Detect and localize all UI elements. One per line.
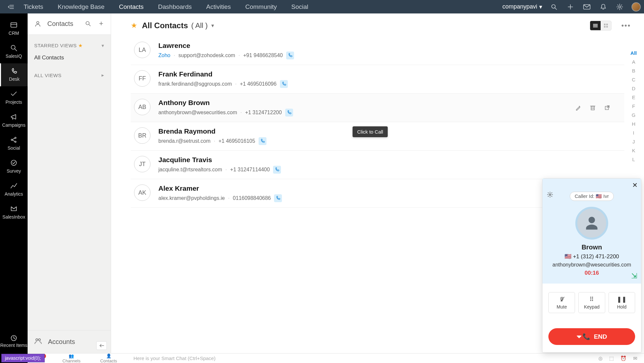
chatbar-coin-icon[interactable]: ◎ [598, 355, 603, 361]
rail-salesinbox[interactable]: SalesInbox [0, 201, 28, 224]
search-icon[interactable] [549, 2, 559, 11]
call-settings-icon[interactable] [547, 192, 553, 199]
contact-company[interactable]: Zoho [158, 53, 170, 58]
rail-desk[interactable]: Desk [0, 63, 28, 86]
chatbar-clock-icon[interactable]: ⏰ [620, 355, 627, 361]
more-menu-icon[interactable]: ••• [621, 21, 631, 30]
tab-social[interactable]: Social [291, 3, 309, 11]
svg-point-20 [11, 160, 16, 165]
contacts-head-icon [34, 20, 41, 27]
rail-recent-items[interactable]: Recent Items [0, 331, 28, 351]
call-keypad-button[interactable]: ⠿Keypad [578, 292, 605, 313]
rail-crm[interactable]: CRM [0, 17, 28, 40]
alpha-e[interactable]: E [631, 95, 637, 100]
tab-community[interactable]: Community [245, 3, 277, 11]
chatbar-contacts[interactable]: 👤Contacts [90, 353, 127, 363]
call-mute-button[interactable]: 🎙︎̸Mute [548, 292, 575, 313]
tab-contacts[interactable]: Contacts [119, 3, 144, 11]
alpha-l[interactable]: L [631, 157, 637, 162]
star-icon[interactable]: ★ [131, 21, 137, 30]
contact-avatar: JT [134, 156, 150, 172]
rail-salesiq[interactable]: SalesIQ [0, 40, 28, 63]
tab-knowledgebase[interactable]: Knowledge Base [58, 3, 104, 11]
topbar-collapse-icon[interactable] [6, 2, 16, 12]
user-avatar[interactable] [632, 2, 641, 11]
contact-email: jacquline.t@rtsrealtors.com [158, 167, 222, 173]
sidebar-starred-views[interactable]: STARRED VIEWS ★ ▾ [28, 35, 111, 51]
chatbar-mail-icon[interactable]: ✉ [633, 355, 637, 361]
alpha-c[interactable]: C [631, 77, 637, 82]
smart-chat-input[interactable]: Here is your Smart Chat (Ctrl+Space) [127, 355, 598, 361]
contact-row[interactable]: JT Jacquline Travis jacquline.t@rtsrealt… [131, 151, 624, 179]
rail-projects[interactable]: Projects [0, 86, 28, 109]
alpha-j[interactable]: J [631, 139, 637, 144]
tab-tickets[interactable]: Tickets [24, 3, 43, 11]
alpha-all[interactable]: All [631, 50, 637, 56]
contact-email: brenda.r@setrust.com [158, 138, 211, 144]
alpha-index: AllABCDEFGHIJKL [631, 50, 637, 162]
tab-activities[interactable]: Activities [206, 3, 231, 11]
bell-icon[interactable] [599, 2, 608, 11]
click-to-call-icon[interactable] [273, 166, 281, 174]
contact-phone: +1 4695016105 [218, 138, 255, 144]
contact-name[interactable]: Alex Kramer [158, 184, 282, 192]
contact-row[interactable]: FF Frank Ferdinand frank.ferdinand@sggro… [131, 65, 624, 94]
contact-name[interactable]: Brenda Raymond [158, 127, 266, 135]
contact-row[interactable]: LA Lawrence Zoho·support@zohodesk.com·+9… [131, 36, 624, 65]
topbar-user[interactable]: companypavi ▾ [502, 3, 542, 11]
sidebar-item-all-contacts[interactable]: All Contacts [28, 51, 111, 64]
contact-phone: +1 3124712200 [245, 110, 282, 116]
sidebar-add-icon[interactable]: + [98, 19, 105, 28]
rail-survey[interactable]: Survey [0, 155, 28, 178]
contact-name[interactable]: Jacquline Travis [158, 156, 281, 164]
svg-rect-10 [11, 23, 17, 27]
view-toggle [590, 21, 611, 31]
list-view-icon[interactable] [590, 21, 601, 30]
open-external-icon[interactable] [603, 104, 611, 112]
alpha-b[interactable]: B [631, 68, 637, 74]
alpha-f[interactable]: F [631, 103, 637, 109]
sidebar-collapse-button[interactable] [96, 341, 107, 350]
tab-dashboards[interactable]: Dashboards [158, 3, 192, 11]
alpha-i[interactable]: I [631, 130, 637, 136]
sidebar-search-icon[interactable] [84, 21, 92, 26]
call-hold-button[interactable]: ❚❚Hold [609, 292, 635, 313]
click-to-call-icon[interactable] [280, 80, 288, 88]
delete-icon[interactable] [589, 104, 597, 112]
alpha-a[interactable]: A [631, 59, 637, 65]
svg-line-18 [12, 138, 15, 139]
filter-dropdown-icon[interactable]: ▼ [210, 23, 215, 28]
accounts-icon [34, 338, 42, 346]
grid-view-icon[interactable] [601, 21, 611, 30]
rail-social[interactable]: Social [0, 132, 28, 155]
contact-row[interactable]: AB Anthony Brown anthonybrown@wesecuriti… [131, 94, 624, 122]
add-icon[interactable] [566, 2, 575, 11]
chatbar-channels[interactable]: 👥Channels [53, 353, 90, 363]
alpha-h[interactable]: H [631, 121, 637, 127]
sidebar-all-views[interactable]: ALL VIEWS ▸ [28, 64, 111, 81]
svg-line-19 [12, 140, 15, 141]
contact-name[interactable]: Lawrence [158, 42, 294, 50]
click-to-call-icon[interactable] [274, 194, 282, 202]
call-end-button[interactable]: ⏷📞 END [548, 328, 635, 345]
alpha-k[interactable]: K [631, 148, 637, 153]
rail-analytics[interactable]: Analytics [0, 178, 28, 201]
contact-name[interactable]: Anthony Brown [158, 99, 293, 107]
status-pill: javascript:void(0); [1, 354, 45, 362]
click-to-call-icon[interactable] [286, 52, 294, 59]
call-avatar [575, 207, 608, 240]
rail-campaigns[interactable]: Campaigns [0, 109, 28, 132]
hold-icon: ❚❚ [610, 296, 633, 303]
gear-icon[interactable] [615, 2, 624, 11]
contact-name[interactable]: Frank Ferdinand [158, 70, 288, 78]
call-expand-icon[interactable]: ⇲ [631, 272, 637, 280]
svg-point-12 [11, 45, 15, 49]
edit-icon[interactable] [574, 104, 582, 112]
chatbar-upload-icon[interactable]: ⬚ [609, 355, 614, 361]
click-to-call-icon[interactable] [285, 109, 293, 117]
call-close-icon[interactable]: ✕ [632, 181, 638, 189]
mail-icon[interactable] [582, 2, 591, 11]
alpha-g[interactable]: G [631, 112, 637, 118]
alpha-d[interactable]: D [631, 86, 637, 91]
click-to-call-icon[interactable] [259, 137, 266, 145]
